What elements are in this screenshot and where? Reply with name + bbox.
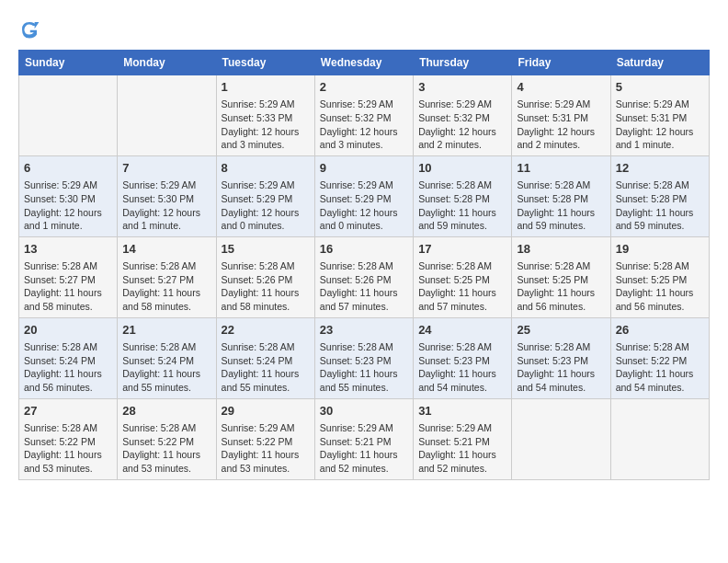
day-info: Sunset: 5:21 PM (418, 435, 506, 449)
day-number: 8 (222, 160, 310, 177)
calendar-header-row: SundayMondayTuesdayWednesdayThursdayFrid… (19, 51, 710, 75)
calendar-cell: 29Sunrise: 5:29 AMSunset: 5:22 PMDayligh… (216, 398, 314, 479)
day-number: 7 (122, 160, 210, 177)
day-info: Sunset: 5:26 PM (222, 273, 310, 287)
calendar-cell: 25Sunrise: 5:28 AMSunset: 5:23 PMDayligh… (512, 317, 610, 398)
day-info: Daylight: 11 hours and 55 minutes. (320, 367, 408, 394)
day-info: Sunset: 5:23 PM (418, 354, 506, 368)
weekday-header-tuesday: Tuesday (216, 51, 314, 75)
day-info: Sunset: 5:25 PM (616, 273, 704, 287)
calendar-week-row: 13Sunrise: 5:28 AMSunset: 5:27 PMDayligh… (19, 236, 710, 317)
day-number: 14 (122, 241, 210, 258)
day-info: Daylight: 12 hours and 1 minute. (122, 206, 210, 233)
day-info: Sunset: 5:22 PM (222, 435, 310, 449)
day-info: Daylight: 11 hours and 55 minutes. (122, 367, 210, 394)
day-info: Daylight: 12 hours and 1 minute. (24, 206, 112, 233)
day-info: Sunset: 5:25 PM (418, 273, 506, 287)
day-info: Sunset: 5:31 PM (517, 111, 605, 125)
day-info: Sunrise: 5:28 AM (24, 259, 112, 273)
day-number: 18 (517, 241, 605, 258)
day-info: Sunrise: 5:28 AM (418, 340, 506, 354)
day-info: Daylight: 12 hours and 3 minutes. (222, 125, 310, 152)
calendar-cell: 20Sunrise: 5:28 AMSunset: 5:24 PMDayligh… (19, 317, 118, 398)
calendar-week-row: 20Sunrise: 5:28 AMSunset: 5:24 PMDayligh… (19, 317, 710, 398)
weekday-header-thursday: Thursday (414, 51, 512, 75)
day-info: Sunset: 5:27 PM (24, 273, 112, 287)
day-info: Daylight: 11 hours and 55 minutes. (222, 367, 310, 394)
day-number: 13 (24, 241, 112, 258)
calendar-cell (610, 398, 709, 479)
day-info: Sunrise: 5:29 AM (320, 98, 408, 111)
day-number: 28 (122, 403, 210, 419)
day-info: Daylight: 11 hours and 54 minutes. (418, 367, 506, 394)
day-info: Sunrise: 5:28 AM (24, 421, 112, 435)
calendar-cell: 6Sunrise: 5:29 AMSunset: 5:30 PMDaylight… (19, 155, 118, 236)
day-info: Sunrise: 5:28 AM (222, 340, 310, 354)
day-number: 6 (24, 160, 112, 177)
day-number: 16 (320, 241, 408, 258)
calendar-cell: 19Sunrise: 5:28 AMSunset: 5:25 PMDayligh… (610, 236, 709, 317)
day-number: 26 (616, 322, 704, 339)
day-info: Sunrise: 5:29 AM (320, 178, 408, 192)
day-info: Sunrise: 5:28 AM (122, 340, 210, 354)
calendar-cell: 17Sunrise: 5:28 AMSunset: 5:25 PMDayligh… (414, 236, 512, 317)
calendar-cell: 7Sunrise: 5:29 AMSunset: 5:30 PMDaylight… (118, 155, 216, 236)
day-info: Sunset: 5:27 PM (122, 273, 210, 287)
day-info: Daylight: 11 hours and 59 minutes. (517, 206, 605, 233)
day-info: Daylight: 12 hours and 0 minutes. (320, 206, 408, 233)
day-number: 29 (222, 403, 310, 419)
calendar-cell (512, 398, 610, 479)
day-info: Sunset: 5:29 PM (320, 192, 408, 206)
day-info: Daylight: 11 hours and 57 minutes. (320, 286, 408, 313)
day-info: Daylight: 11 hours and 58 minutes. (24, 286, 112, 313)
calendar-cell: 18Sunrise: 5:28 AMSunset: 5:25 PMDayligh… (512, 236, 610, 317)
day-info: Sunset: 5:23 PM (320, 354, 408, 368)
weekday-header-monday: Monday (118, 51, 216, 75)
calendar-cell: 5Sunrise: 5:29 AMSunset: 5:31 PMDaylight… (610, 75, 709, 156)
weekday-header-wednesday: Wednesday (314, 51, 413, 75)
calendar-cell: 27Sunrise: 5:28 AMSunset: 5:22 PMDayligh… (19, 398, 118, 479)
day-number: 17 (418, 241, 506, 258)
calendar-cell: 15Sunrise: 5:28 AMSunset: 5:26 PMDayligh… (216, 236, 314, 317)
day-info: Sunset: 5:29 PM (222, 192, 310, 206)
day-info: Daylight: 11 hours and 54 minutes. (616, 367, 704, 394)
calendar-cell: 8Sunrise: 5:29 AMSunset: 5:29 PMDaylight… (216, 155, 314, 236)
day-info: Sunset: 5:32 PM (320, 111, 408, 125)
day-info: Sunset: 5:22 PM (122, 435, 210, 449)
day-info: Daylight: 12 hours and 1 minute. (616, 125, 704, 152)
day-info: Daylight: 11 hours and 58 minutes. (222, 286, 310, 313)
day-info: Sunrise: 5:29 AM (418, 98, 506, 111)
day-info: Daylight: 11 hours and 56 minutes. (616, 286, 704, 313)
page-header (18, 18, 710, 40)
day-info: Daylight: 11 hours and 57 minutes. (418, 286, 506, 313)
day-info: Sunset: 5:25 PM (517, 273, 605, 287)
calendar-cell: 23Sunrise: 5:28 AMSunset: 5:23 PMDayligh… (314, 317, 413, 398)
calendar-cell: 2Sunrise: 5:29 AMSunset: 5:32 PMDaylight… (314, 75, 413, 156)
logo (18, 18, 44, 40)
weekday-header-saturday: Saturday (610, 51, 709, 75)
day-number: 4 (517, 79, 605, 96)
day-info: Daylight: 11 hours and 52 minutes. (320, 448, 408, 475)
day-info: Sunset: 5:22 PM (616, 354, 704, 368)
day-number: 24 (418, 322, 506, 339)
day-info: Sunrise: 5:28 AM (24, 340, 112, 354)
calendar-cell (19, 75, 118, 156)
day-info: Daylight: 12 hours and 2 minutes. (517, 125, 605, 152)
day-info: Daylight: 12 hours and 0 minutes. (222, 206, 310, 233)
day-number: 3 (418, 79, 506, 96)
day-info: Sunrise: 5:29 AM (222, 421, 310, 435)
calendar-week-row: 27Sunrise: 5:28 AMSunset: 5:22 PMDayligh… (19, 398, 710, 479)
day-number: 30 (320, 403, 408, 419)
day-info: Sunset: 5:22 PM (24, 435, 112, 449)
day-info: Sunset: 5:31 PM (616, 111, 704, 125)
calendar-cell: 13Sunrise: 5:28 AMSunset: 5:27 PMDayligh… (19, 236, 118, 317)
day-info: Daylight: 11 hours and 59 minutes. (418, 206, 506, 233)
day-number: 23 (320, 322, 408, 339)
day-info: Sunset: 5:30 PM (122, 192, 210, 206)
day-info: Sunrise: 5:28 AM (616, 178, 704, 192)
day-info: Sunrise: 5:28 AM (517, 259, 605, 273)
day-number: 21 (122, 322, 210, 339)
day-info: Sunrise: 5:29 AM (122, 178, 210, 192)
calendar-cell: 12Sunrise: 5:28 AMSunset: 5:28 PMDayligh… (610, 155, 709, 236)
day-number: 1 (222, 79, 310, 96)
